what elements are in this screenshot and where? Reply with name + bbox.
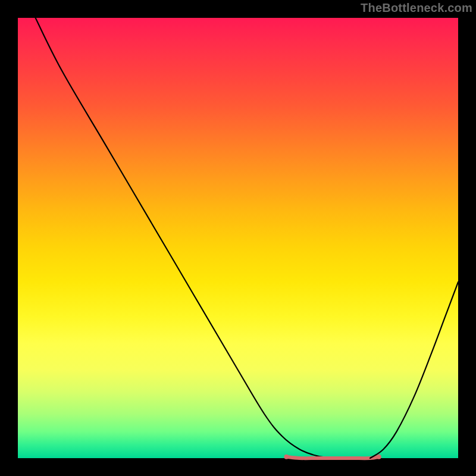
plateau-segment <box>286 457 378 458</box>
plateau-end-dot <box>377 455 381 459</box>
plateau-start-dot <box>284 455 289 459</box>
left-curve <box>36 18 335 458</box>
curve-canvas <box>18 18 458 458</box>
plot-area <box>18 18 458 458</box>
chart-frame: TheBottleneck.com <box>0 0 476 476</box>
right-curve <box>370 282 458 458</box>
attribution-text: TheBottleneck.com <box>361 1 472 15</box>
